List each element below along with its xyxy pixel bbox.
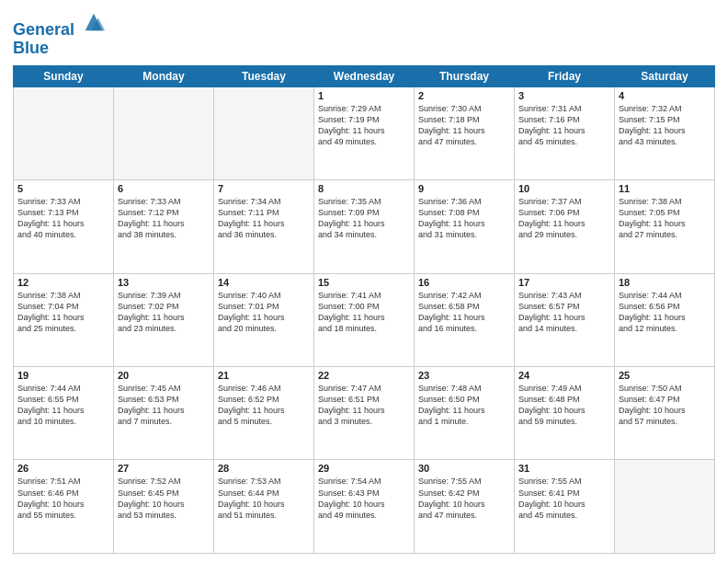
day-number: 15 (318, 277, 410, 288)
day-number: 22 (318, 370, 410, 381)
cell-info: Sunrise: 7:37 AM Sunset: 7:06 PM Dayligh… (518, 196, 610, 241)
calendar-cell: 27Sunrise: 7:52 AM Sunset: 6:45 PM Dayli… (114, 460, 214, 554)
calendar-cell: 4Sunrise: 7:32 AM Sunset: 7:15 PM Daylig… (615, 86, 715, 179)
cell-info: Sunrise: 7:51 AM Sunset: 6:46 PM Dayligh… (17, 476, 109, 521)
day-number: 12 (17, 277, 109, 288)
cell-info: Sunrise: 7:45 AM Sunset: 6:53 PM Dayligh… (118, 383, 210, 428)
cell-info: Sunrise: 7:36 AM Sunset: 7:08 PM Dayligh… (418, 196, 510, 241)
calendar-week-row: 19Sunrise: 7:44 AM Sunset: 6:55 PM Dayli… (14, 367, 715, 460)
cell-info: Sunrise: 7:54 AM Sunset: 6:43 PM Dayligh… (318, 476, 410, 521)
calendar-cell (214, 86, 314, 179)
cell-info: Sunrise: 7:35 AM Sunset: 7:09 PM Dayligh… (318, 196, 410, 241)
calendar-cell: 17Sunrise: 7:43 AM Sunset: 6:57 PM Dayli… (515, 273, 615, 366)
cell-info: Sunrise: 7:43 AM Sunset: 6:57 PM Dayligh… (518, 290, 610, 335)
day-number: 2 (418, 90, 510, 101)
day-number: 13 (118, 277, 210, 288)
day-header: Friday (515, 65, 615, 86)
calendar-cell: 24Sunrise: 7:49 AM Sunset: 6:48 PM Dayli… (515, 367, 615, 460)
logo-blue: Blue (13, 40, 107, 58)
calendar-cell: 5Sunrise: 7:33 AM Sunset: 7:13 PM Daylig… (14, 180, 114, 273)
day-number: 3 (518, 90, 610, 101)
calendar-cell: 20Sunrise: 7:45 AM Sunset: 6:53 PM Dayli… (114, 367, 214, 460)
calendar-cell: 13Sunrise: 7:39 AM Sunset: 7:02 PM Dayli… (114, 273, 214, 366)
cell-info: Sunrise: 7:40 AM Sunset: 7:01 PM Dayligh… (218, 290, 310, 335)
day-number: 28 (218, 463, 310, 474)
day-number: 8 (318, 183, 410, 194)
day-number: 29 (318, 463, 410, 474)
calendar-cell: 28Sunrise: 7:53 AM Sunset: 6:44 PM Dayli… (214, 460, 314, 554)
day-header: Tuesday (214, 65, 314, 86)
calendar-cell: 12Sunrise: 7:38 AM Sunset: 7:04 PM Dayli… (14, 273, 114, 366)
calendar-cell (615, 460, 715, 554)
page: General Blue SundayMondayTuesdayWednesda… (0, 0, 728, 563)
day-number: 10 (518, 183, 610, 194)
logo-text: General (13, 9, 107, 40)
calendar-week-row: 26Sunrise: 7:51 AM Sunset: 6:46 PM Dayli… (14, 460, 715, 554)
cell-info: Sunrise: 7:41 AM Sunset: 7:00 PM Dayligh… (318, 290, 410, 335)
calendar-week-row: 5Sunrise: 7:33 AM Sunset: 7:13 PM Daylig… (14, 180, 715, 273)
cell-info: Sunrise: 7:42 AM Sunset: 6:58 PM Dayligh… (418, 290, 510, 335)
cell-info: Sunrise: 7:38 AM Sunset: 7:05 PM Dayligh… (619, 196, 711, 241)
day-number: 7 (218, 183, 310, 194)
day-number: 1 (318, 90, 410, 101)
calendar-cell: 16Sunrise: 7:42 AM Sunset: 6:58 PM Dayli… (415, 273, 515, 366)
day-header: Thursday (415, 65, 515, 86)
cell-info: Sunrise: 7:50 AM Sunset: 6:47 PM Dayligh… (619, 383, 711, 428)
calendar-cell: 14Sunrise: 7:40 AM Sunset: 7:01 PM Dayli… (214, 273, 314, 366)
day-number: 21 (218, 370, 310, 381)
calendar-cell (114, 86, 214, 179)
day-header: Sunday (14, 65, 114, 86)
calendar-cell: 23Sunrise: 7:48 AM Sunset: 6:50 PM Dayli… (415, 367, 515, 460)
cell-info: Sunrise: 7:33 AM Sunset: 7:13 PM Dayligh… (17, 196, 109, 241)
cell-info: Sunrise: 7:55 AM Sunset: 6:41 PM Dayligh… (518, 476, 610, 521)
day-number: 19 (17, 370, 109, 381)
calendar-table: SundayMondayTuesdayWednesdayThursdayFrid… (13, 65, 715, 554)
calendar-cell: 2Sunrise: 7:30 AM Sunset: 7:18 PM Daylig… (415, 86, 515, 179)
calendar-cell: 15Sunrise: 7:41 AM Sunset: 7:00 PM Dayli… (314, 273, 415, 366)
day-number: 31 (518, 463, 610, 474)
calendar-cell: 3Sunrise: 7:31 AM Sunset: 7:16 PM Daylig… (515, 86, 615, 179)
calendar-cell: 6Sunrise: 7:33 AM Sunset: 7:12 PM Daylig… (114, 180, 214, 273)
day-number: 26 (17, 463, 109, 474)
day-header: Wednesday (314, 65, 415, 86)
calendar-header-row: SundayMondayTuesdayWednesdayThursdayFrid… (14, 65, 715, 86)
cell-info: Sunrise: 7:49 AM Sunset: 6:48 PM Dayligh… (518, 383, 610, 428)
day-number: 20 (118, 370, 210, 381)
calendar-cell (14, 86, 114, 179)
calendar-cell: 29Sunrise: 7:54 AM Sunset: 6:43 PM Dayli… (314, 460, 415, 554)
calendar-cell: 25Sunrise: 7:50 AM Sunset: 6:47 PM Dayli… (615, 367, 715, 460)
logo-icon (81, 9, 107, 35)
day-number: 27 (118, 463, 210, 474)
cell-info: Sunrise: 7:31 AM Sunset: 7:16 PM Dayligh… (518, 103, 610, 148)
calendar-week-row: 12Sunrise: 7:38 AM Sunset: 7:04 PM Dayli… (14, 273, 715, 366)
cell-info: Sunrise: 7:47 AM Sunset: 6:51 PM Dayligh… (318, 383, 410, 428)
day-number: 25 (619, 370, 711, 381)
cell-info: Sunrise: 7:55 AM Sunset: 6:42 PM Dayligh… (418, 476, 510, 521)
calendar-cell: 10Sunrise: 7:37 AM Sunset: 7:06 PM Dayli… (515, 180, 615, 273)
calendar-cell: 7Sunrise: 7:34 AM Sunset: 7:11 PM Daylig… (214, 180, 314, 273)
calendar-cell: 31Sunrise: 7:55 AM Sunset: 6:41 PM Dayli… (515, 460, 615, 554)
day-number: 18 (619, 277, 711, 288)
day-number: 4 (619, 90, 711, 101)
cell-info: Sunrise: 7:46 AM Sunset: 6:52 PM Dayligh… (218, 383, 310, 428)
cell-info: Sunrise: 7:32 AM Sunset: 7:15 PM Dayligh… (619, 103, 711, 148)
calendar-cell: 9Sunrise: 7:36 AM Sunset: 7:08 PM Daylig… (415, 180, 515, 273)
calendar-cell: 18Sunrise: 7:44 AM Sunset: 6:56 PM Dayli… (615, 273, 715, 366)
calendar-cell: 21Sunrise: 7:46 AM Sunset: 6:52 PM Dayli… (214, 367, 314, 460)
header: General Blue (13, 9, 715, 58)
day-number: 30 (418, 463, 510, 474)
day-number: 11 (619, 183, 711, 194)
day-header: Monday (114, 65, 214, 86)
cell-info: Sunrise: 7:33 AM Sunset: 7:12 PM Dayligh… (118, 196, 210, 241)
cell-info: Sunrise: 7:44 AM Sunset: 6:56 PM Dayligh… (619, 290, 711, 335)
calendar-cell: 26Sunrise: 7:51 AM Sunset: 6:46 PM Dayli… (14, 460, 114, 554)
day-header: Saturday (615, 65, 715, 86)
calendar-cell: 22Sunrise: 7:47 AM Sunset: 6:51 PM Dayli… (314, 367, 415, 460)
calendar-cell: 30Sunrise: 7:55 AM Sunset: 6:42 PM Dayli… (415, 460, 515, 554)
day-number: 14 (218, 277, 310, 288)
cell-info: Sunrise: 7:38 AM Sunset: 7:04 PM Dayligh… (17, 290, 109, 335)
calendar-cell: 8Sunrise: 7:35 AM Sunset: 7:09 PM Daylig… (314, 180, 415, 273)
day-number: 9 (418, 183, 510, 194)
calendar-week-row: 1Sunrise: 7:29 AM Sunset: 7:19 PM Daylig… (14, 86, 715, 179)
cell-info: Sunrise: 7:44 AM Sunset: 6:55 PM Dayligh… (17, 383, 109, 428)
